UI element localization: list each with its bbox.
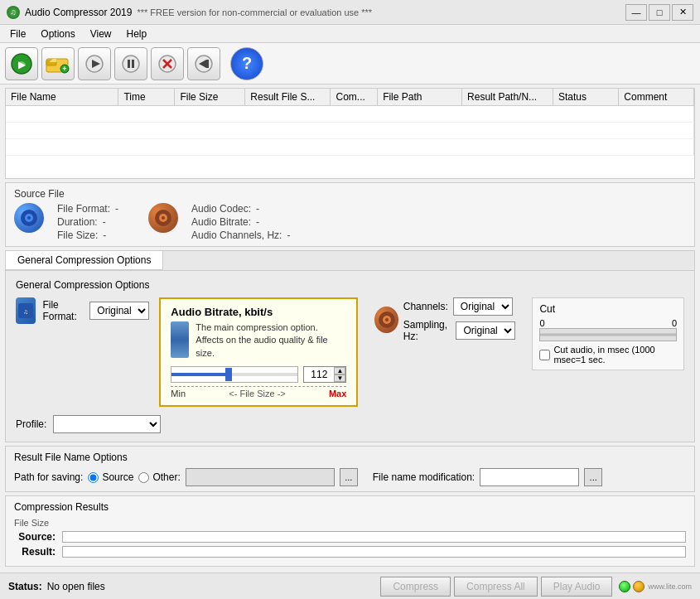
- audio-bitrate-field: Audio Bitrate: -: [191, 216, 290, 228]
- maximize-button[interactable]: □: [649, 4, 670, 21]
- file-table-container[interactable]: File Name Time File Size Result File S..…: [5, 88, 695, 179]
- source-panel: Source File File Format: - Duration: - F…: [5, 182, 695, 247]
- add-files-button[interactable]: ▶: [5, 47, 38, 80]
- channels-value: -: [287, 229, 290, 241]
- other-radio[interactable]: [138, 472, 149, 483]
- results-panel: Compression Results File Size Source: Re…: [5, 495, 695, 567]
- cut-audio-checkbox[interactable]: [539, 350, 550, 360]
- led-green-indicator: [619, 581, 630, 592]
- action-buttons: Compress Compress All Play Audio www.lit…: [380, 577, 692, 597]
- svg-rect-9: [128, 60, 130, 68]
- bitrate-slider[interactable]: [171, 366, 298, 383]
- dotted-divider: [171, 386, 346, 387]
- profile-label: Profile:: [16, 418, 46, 430]
- bitrate-down-button[interactable]: ▼: [334, 374, 345, 382]
- col-time[interactable]: Time: [118, 89, 175, 106]
- source-radio[interactable]: [88, 472, 99, 483]
- path-input[interactable]: [186, 468, 335, 486]
- filesize-value: -: [103, 229, 106, 241]
- source-result-label: Source:: [14, 531, 56, 543]
- table-header-row: File Name Time File Size Result File S..…: [6, 89, 694, 106]
- menu-view[interactable]: View: [84, 27, 118, 41]
- channels-sampling-section: Channels: Original Mono Stereo Sampling,…: [374, 297, 515, 342]
- col-filename[interactable]: File Name: [6, 89, 118, 106]
- filesize-label: File Size:: [57, 229, 98, 241]
- compression-tab[interactable]: General Compression Options: [6, 251, 163, 270]
- col-filepath[interactable]: File Path: [378, 89, 462, 106]
- led-orange-indicator: [633, 581, 644, 592]
- cut-section: Cut 0 0 Cut audio, in msec (1000 msec=1 …: [532, 297, 684, 370]
- cut-slider[interactable]: [539, 328, 677, 341]
- col-comp[interactable]: Com...: [331, 89, 378, 106]
- help-icon: ?: [242, 54, 252, 73]
- result-options-title: Result File Name Options: [14, 452, 686, 463]
- browse-filename-button[interactable]: ...: [584, 468, 602, 486]
- menu-help[interactable]: Help: [120, 27, 154, 41]
- filename-modification: File name modification: aac filename ...: [373, 468, 602, 486]
- filename-input[interactable]: aac filename: [480, 468, 579, 486]
- svg-point-8: [123, 56, 139, 72]
- channel-controls: Channels: Original Mono Stereo Sampling,…: [403, 297, 516, 342]
- status-text: Status: No open files: [8, 581, 105, 592]
- audio-icon: [148, 203, 178, 233]
- compress-all-button[interactable]: Compress All: [454, 577, 538, 597]
- duration-label: Duration:: [57, 216, 98, 228]
- menu-options[interactable]: Options: [34, 27, 81, 41]
- watermark: www.lite.com: [648, 582, 692, 591]
- compress-button[interactable]: Compress: [380, 577, 451, 597]
- result-result-label: Result:: [14, 546, 56, 558]
- svg-rect-10: [132, 60, 134, 68]
- file-format-dropdown[interactable]: Original MP3 AAC OGG FLAC WAV: [89, 302, 149, 320]
- browse-path-button[interactable]: ...: [340, 468, 358, 486]
- sampling-dropdown[interactable]: Original 8000 11025 22050 44100 48000: [456, 321, 515, 340]
- menu-file[interactable]: File: [3, 27, 32, 41]
- slider-thumb[interactable]: [225, 368, 232, 381]
- result-result-row: Result:: [14, 546, 686, 558]
- play-button[interactable]: [78, 47, 111, 80]
- comp-options-row: ♫ File Format: Original MP3 AAC OGG FLAC…: [16, 297, 684, 407]
- cut-values: 0 0: [539, 318, 677, 328]
- bitrate-up-button[interactable]: ▲: [334, 367, 345, 374]
- led-group: [619, 581, 644, 592]
- svg-text:▶: ▶: [18, 59, 27, 70]
- channels-control-row: Channels: Original Mono Stereo: [403, 297, 516, 316]
- bitrate-min-label: Min: [171, 389, 186, 399]
- channels-icon: [374, 307, 398, 333]
- bitrate-max-label: Max: [329, 389, 346, 399]
- help-button[interactable]: ?: [230, 47, 263, 80]
- slider-fill: [171, 373, 228, 376]
- table-row: [6, 139, 694, 156]
- col-resultsize[interactable]: Result File S...: [245, 89, 331, 106]
- bitrate-arrow-label: <- File Size ->: [229, 389, 285, 399]
- app-title: Audio Compressor 2019: [25, 7, 132, 18]
- pause-button[interactable]: [114, 47, 147, 80]
- channels-dropdown[interactable]: Original Mono Stereo: [453, 297, 513, 316]
- filename-mod-label: File name modification:: [373, 471, 475, 483]
- stop-button[interactable]: [151, 47, 184, 80]
- col-comment[interactable]: Comment: [619, 89, 694, 106]
- cut-checkbox-row: Cut audio, in msec (1000 msec=1 sec.: [539, 345, 677, 365]
- col-resultpath[interactable]: Result Path/N...: [462, 89, 553, 106]
- source-right: Audio Codec: - Audio Bitrate: - Audio Ch…: [148, 203, 290, 241]
- file-format-label: File Format:: [42, 299, 83, 322]
- prev-button[interactable]: [187, 47, 220, 80]
- audio-bitrate-value: -: [256, 216, 259, 228]
- open-folder-button[interactable]: +: [41, 47, 75, 80]
- source-result-row: Source:: [14, 531, 686, 543]
- col-status[interactable]: Status: [553, 89, 619, 106]
- svg-rect-16: [206, 60, 209, 68]
- table-row: [6, 123, 694, 139]
- bitrate-desc-icon: [171, 321, 189, 358]
- col-filesize[interactable]: File Size: [175, 89, 245, 106]
- status-bar: Status: No open files Compress Compress …: [0, 572, 700, 599]
- file-format-label: File Format:: [57, 203, 110, 215]
- cut-end-value: 0: [672, 318, 677, 328]
- play-audio-button[interactable]: Play Audio: [541, 577, 613, 597]
- bitrate-value-input[interactable]: 112: [304, 368, 334, 381]
- close-button[interactable]: ✕: [672, 4, 693, 21]
- bitrate-value-box: 112 ▲ ▼: [303, 366, 346, 383]
- minimize-button[interactable]: —: [625, 4, 647, 21]
- profile-dropdown[interactable]: [53, 415, 161, 433]
- source-radio-text: Source: [102, 471, 133, 483]
- duration-value: -: [103, 216, 106, 228]
